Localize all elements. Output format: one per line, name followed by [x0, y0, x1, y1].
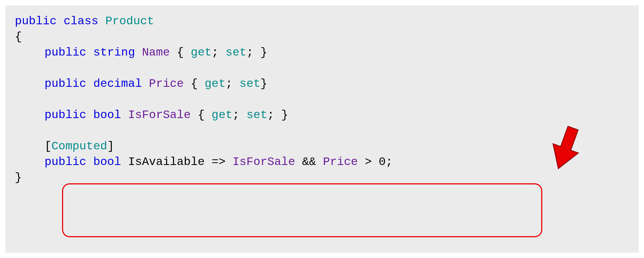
kw-set: set: [240, 77, 260, 90]
code-line-2: {: [15, 29, 629, 45]
kw-class: class: [64, 15, 98, 28]
semi: ;: [233, 108, 247, 122]
kw-set: set: [226, 46, 246, 59]
semi: ;: [226, 77, 240, 90]
kw-public: public: [45, 46, 86, 59]
code-line-11: }: [15, 170, 629, 185]
code-snippet: public class Product { public string Nam…: [5, 5, 639, 253]
kw-public: public: [45, 108, 86, 122]
lambda-arrow: =>: [205, 155, 233, 168]
prop-isavailable: IsAvailable: [128, 155, 205, 168]
code-line-1: public class Product: [15, 13, 629, 29]
code-line-9: [Computed]: [15, 139, 629, 154]
brace-close: }: [15, 171, 22, 184]
kw-public: public: [45, 155, 86, 168]
code-line-6-blank: [15, 92, 629, 107]
literal-zero: 0: [379, 155, 386, 168]
code-line-3: public string Name { get; set; }: [15, 45, 629, 60]
bracket: ]: [107, 140, 114, 153]
gt-op: >: [358, 155, 379, 168]
kw-get: get: [212, 108, 232, 122]
prop-isforsale: IsForSale: [128, 108, 191, 122]
kw-string: string: [93, 46, 135, 59]
ref-isforsale: IsForSale: [233, 155, 295, 168]
bracket: [: [45, 140, 52, 153]
semi: ;: [212, 46, 226, 59]
attr-computed: Computed: [52, 140, 107, 153]
semi: }: [260, 77, 267, 90]
braces: {: [191, 108, 212, 122]
code-line-8-blank: [15, 123, 629, 139]
and-op: &&: [295, 155, 323, 168]
prop-name: Name: [142, 46, 170, 59]
code-line-4-blank: [15, 60, 629, 76]
semi: ; }: [267, 108, 288, 122]
braces: {: [170, 46, 191, 59]
code-line-7: public bool IsForSale { get; set; }: [15, 107, 629, 123]
kw-get: get: [205, 77, 226, 90]
kw-decimal: decimal: [93, 77, 142, 90]
kw-set: set: [246, 108, 267, 122]
kw-public: public: [15, 15, 57, 28]
semi: ; }: [246, 46, 267, 59]
class-name: Product: [105, 15, 154, 28]
prop-price: Price: [149, 77, 184, 90]
kw-bool: bool: [93, 155, 121, 168]
brace-open: {: [15, 30, 22, 43]
braces: {: [184, 77, 205, 90]
code-line-5: public decimal Price { get; set}: [15, 76, 629, 92]
code-line-10: public bool IsAvailable => IsForSale && …: [15, 154, 629, 170]
kw-public: public: [45, 77, 86, 90]
kw-bool: bool: [93, 108, 121, 122]
ref-price: Price: [323, 155, 358, 168]
highlight-annotation: [62, 183, 542, 237]
semi: ;: [386, 155, 393, 168]
kw-get: get: [191, 46, 212, 59]
